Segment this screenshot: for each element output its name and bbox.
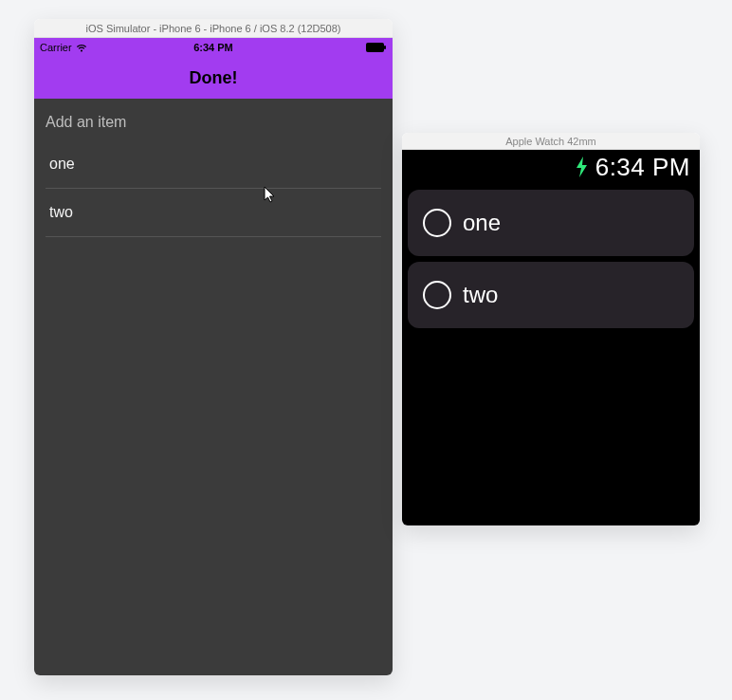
iphone-content: Add an item one two (34, 99, 393, 675)
radio-circle-icon (423, 209, 451, 237)
watch-list-item[interactable]: two (408, 262, 694, 328)
list-item-label: two (49, 204, 73, 220)
watch-time: 6:34 PM (595, 153, 690, 182)
watch-simulator-window: Apple Watch 42mm 6:34 PM one two (402, 133, 700, 525)
battery-icon (366, 43, 387, 52)
radio-circle-icon (423, 281, 451, 309)
iphone-navbar: Done! (34, 57, 393, 99)
iphone-list: one two (34, 140, 393, 237)
navbar-title: Done! (190, 68, 238, 88)
watch-list-item[interactable]: one (408, 190, 694, 256)
watch-screen: 6:34 PM one two (402, 150, 700, 525)
list-item[interactable]: two (46, 189, 381, 237)
add-item-input[interactable]: Add an item (34, 99, 393, 140)
statusbar-time: 6:34 PM (34, 42, 393, 53)
watch-item-label: one (463, 210, 501, 236)
carrier-label: Carrier (40, 42, 72, 53)
iphone-simulator-window: iOS Simulator - iPhone 6 - iPhone 6 / iO… (34, 19, 393, 675)
watch-statusbar: 6:34 PM (408, 150, 694, 184)
svg-rect-0 (366, 43, 384, 52)
list-item[interactable]: one (46, 140, 381, 189)
iphone-statusbar: Carrier 6:34 PM (34, 38, 393, 57)
iphone-window-title: iOS Simulator - iPhone 6 - iPhone 6 / iO… (34, 19, 393, 38)
charging-bolt-icon (575, 157, 590, 177)
wifi-icon (76, 44, 87, 52)
list-item-label: one (49, 156, 75, 172)
watch-window-title: Apple Watch 42mm (402, 133, 700, 150)
watch-item-label: two (463, 282, 498, 308)
svg-rect-1 (384, 46, 386, 49)
